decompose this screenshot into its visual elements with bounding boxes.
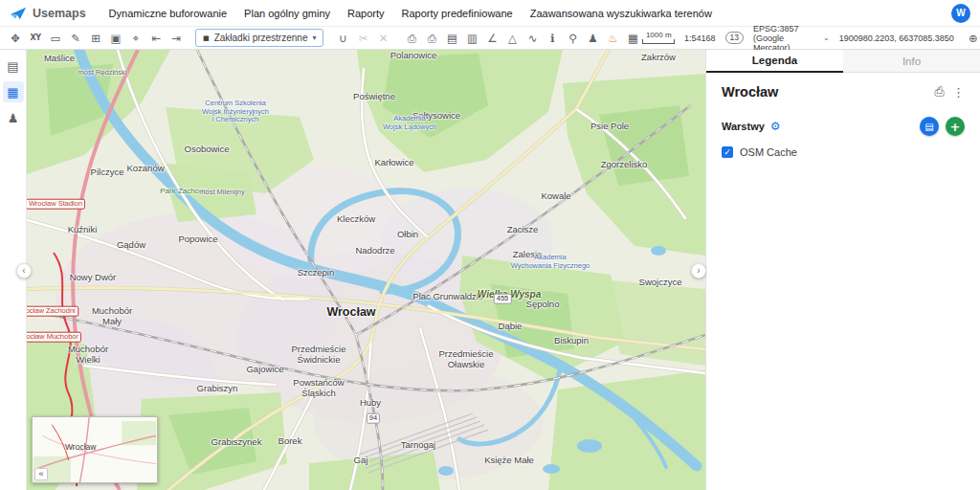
spatial-bookmarks-dropdown[interactable]: ■ Zakładki przestrzenne ▾ <box>195 29 323 47</box>
center-view-icon[interactable]: ⌖ <box>126 29 145 47</box>
nav-menu-item[interactable]: Zaawansowana wyszukiwarka terenów <box>530 8 712 19</box>
projection-selector[interactable]: EPSG:3857 (Google Mercator) ⌄ <box>753 24 830 53</box>
table-grid-icon[interactable]: ▦ <box>623 29 642 47</box>
print-icon[interactable]: ⎙ <box>402 29 421 47</box>
nav-menu: Dynamiczne buforowaniePlan ogólny gminyR… <box>109 8 712 19</box>
chevron-down-icon: ⌄ <box>823 33 830 42</box>
main-content: ▤▦♟ <box>0 50 980 490</box>
layers-header-row: Warstwy ⚙ ▤ + <box>722 117 965 136</box>
collapse-left-panel-button[interactable]: ‹ <box>16 263 32 278</box>
add-layer-group-button[interactable]: ▤ <box>920 117 939 136</box>
map-scale[interactable]: 1:54168 <box>684 33 716 43</box>
tab-legenda[interactable]: Legenda <box>706 50 843 73</box>
measure-distance-icon[interactable]: ∠ <box>482 29 501 47</box>
panel-title-row: Wrocław ⎙ ⋮ <box>722 84 965 100</box>
layers-heading: Warstwy <box>722 121 765 132</box>
delete-icon[interactable]: ✕ <box>373 29 392 47</box>
draw-icon[interactable]: ✎ <box>66 29 85 47</box>
zoom-level[interactable]: 13 <box>725 32 744 44</box>
toolbar-right-icons: ⊕▤? <box>964 29 980 47</box>
export-image-icon[interactable]: ▤ <box>442 29 461 47</box>
add-layer-button[interactable]: + <box>946 117 965 136</box>
next-extent-icon[interactable]: ⇥ <box>167 29 186 47</box>
scalebar-bar <box>642 39 675 44</box>
app-window: Usemaps Dynamiczne buforowaniePlan ogóln… <box>0 0 980 490</box>
tab-info[interactable]: Info <box>843 50 980 73</box>
scalebar: 1000 m <box>642 32 675 44</box>
panel-tabs: Legenda Info <box>706 50 980 73</box>
extent-icon[interactable]: ▣ <box>106 29 125 47</box>
panel-menu-button[interactable]: ⋮ <box>952 85 965 100</box>
print-settings-icon[interactable]: ⎙ <box>422 29 441 47</box>
projection-label: EPSG:3857 (Google Mercator) <box>753 24 820 53</box>
sidebar-item-map[interactable]: ▦ <box>3 81 24 102</box>
nav-menu-item[interactable]: Raporty <box>347 8 385 19</box>
globe-icon[interactable]: ⊕ <box>964 29 980 47</box>
panel-body: Wrocław ⎙ ⋮ Warstwy ⚙ ▤ + ✓OSM Cache <box>706 73 980 171</box>
usemaps-logo[interactable] <box>10 6 27 21</box>
snap-icon[interactable]: ∪ <box>333 29 352 47</box>
overview-minimap[interactable]: Wrocław <box>32 416 158 483</box>
cursor-coordinates: 1900980.2203, 6637085.3850 <box>839 33 954 43</box>
pan-tool-icon[interactable]: ✥ <box>6 29 25 47</box>
chevron-down-icon: ▾ <box>312 33 316 42</box>
select-area-icon[interactable]: ▭ <box>46 29 65 47</box>
add-feature-icon[interactable]: ⊞ <box>86 29 105 47</box>
layer-label: OSM Cache <box>740 146 797 158</box>
map-toolbar: ✥XY▭✎⊞▣⌖⇤⇥ ■ Zakładki przestrzenne ▾ ∪✂✕… <box>0 27 980 50</box>
layer-list: ✓OSM Cache <box>722 145 965 160</box>
hotspot-icon[interactable]: ♨ <box>603 29 622 47</box>
layer-item: ✓OSM Cache <box>722 145 965 160</box>
legend-panel: Legenda Info Wrocław ⎙ ⋮ Warstwy ⚙ ▤ + <box>705 50 980 490</box>
cut-icon[interactable]: ✂ <box>353 29 372 47</box>
bookmark-label: Zakładki przestrzenne <box>214 33 308 43</box>
sidebar-item-users[interactable]: ♟ <box>3 107 24 128</box>
nav-menu-item[interactable]: Dynamiczne buforowanie <box>109 8 228 19</box>
collapse-right-panel-button[interactable]: › <box>691 263 706 278</box>
minimap-collapse-button[interactable]: « <box>34 468 48 480</box>
measure-area-icon[interactable]: △ <box>502 29 522 47</box>
sidebar-item-documents[interactable]: ▤ <box>3 56 24 77</box>
gear-icon[interactable]: ⚙ <box>770 120 781 133</box>
minimap-city-label: Wrocław <box>65 442 96 452</box>
chart-icon[interactable]: ▥ <box>462 29 481 47</box>
layer-checkbox[interactable]: ✓ <box>722 146 733 158</box>
location-pin-icon[interactable]: ⚲ <box>563 29 582 47</box>
previous-extent-icon[interactable]: ⇤ <box>146 29 166 47</box>
map-viewport[interactable]: Maślicemost RędzińskiPolanowiceZakrzówPo… <box>27 50 705 490</box>
print-legend-button[interactable]: ⎙ <box>935 84 945 100</box>
scalebar-label: 1000 m <box>642 32 675 39</box>
nav-menu-item[interactable]: Plan ogólny gminy <box>244 8 330 19</box>
street-view-icon[interactable]: ♟ <box>583 29 602 47</box>
panel-title: Wrocław <box>722 84 778 100</box>
nav-menu-item[interactable]: Raporty predefiniowane <box>402 8 513 19</box>
identify-icon[interactable]: ℹ <box>543 29 562 47</box>
profile-icon[interactable]: ∿ <box>523 29 542 47</box>
layers-actions: ▤ + <box>920 117 965 136</box>
edit-tools-group: ∪✂✕ <box>333 29 392 47</box>
view-tools-group: ✥XY▭✎⊞▣⌖⇤⇥ <box>6 29 186 47</box>
analysis-tools-group: ⎙⎙▤▥∠△∿ℹ⚲♟♨▦ <box>402 29 642 47</box>
bookmark-icon: ■ <box>203 34 210 42</box>
xy-coordinates-icon[interactable]: XY <box>26 29 45 47</box>
app-title: Usemaps <box>33 7 86 20</box>
panel-title-actions: ⎙ ⋮ <box>935 84 965 100</box>
map-statusbar: 1000 m 1:54168 13 EPSG:3857 (Google Merc… <box>642 24 980 53</box>
user-avatar[interactable]: W <box>951 4 970 23</box>
